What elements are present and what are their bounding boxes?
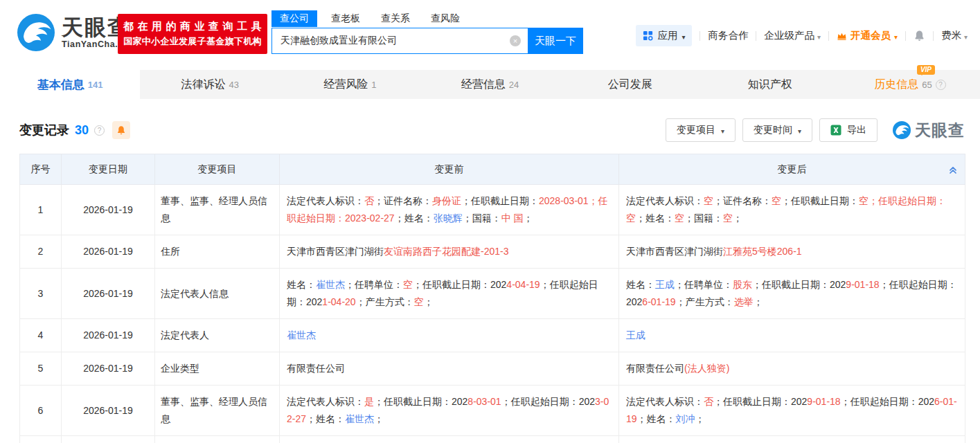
nav-business-cooperation[interactable]: 商务合作 <box>708 29 748 42</box>
divider <box>828 31 829 41</box>
promo-banner: 都在用的商业查询工具 国家中小企业发展子基金旗下机构 <box>118 14 267 54</box>
subscribe-bell-icon <box>116 125 126 135</box>
export-button[interactable]: 导出 <box>819 118 877 142</box>
vip-badge: VIP <box>917 65 935 75</box>
company-tab-3[interactable]: 经营风险 1 <box>280 70 420 99</box>
search-button[interactable]: 天眼一下 <box>528 28 583 54</box>
subscribe-button[interactable] <box>112 121 130 139</box>
change-project-filter[interactable]: 变更项目 <box>666 118 736 142</box>
crown-icon <box>837 32 847 40</box>
tab-label: 公司发展 <box>608 78 652 92</box>
seq-cell: 2 <box>20 235 62 269</box>
change-item-cell: 法定代表人信息 <box>155 269 280 319</box>
text-segment: 是 <box>364 396 374 407</box>
text-segment: ； <box>524 213 533 224</box>
text-segment: (法人独资) <box>684 363 729 374</box>
person-link[interactable]: 崔世杰 <box>345 413 374 424</box>
before-cell: 姓名：崔世杰；任聘单位：空；任职截止日期：2024-04-19；任职起始日期：2… <box>280 269 619 319</box>
text-segment: 空 <box>704 195 713 206</box>
text-segment: ；国籍： <box>684 213 723 224</box>
company-tab-4[interactable]: 经营信息 24 <box>420 70 560 99</box>
top-nav: 应用 商务合作 企业级产品 开通会员 费米 <box>636 25 968 46</box>
nav-open-vip[interactable]: 开通会员 <box>837 29 898 42</box>
text-segment: 有限责任公司 <box>287 363 345 374</box>
company-tab-6[interactable]: 知识产权 <box>700 70 840 99</box>
company-tab-1[interactable]: 基本信息 141 <box>0 70 140 99</box>
table-row: 2 2026-01-19 住所 天津市西青区津门湖街友谊南路西子花园配建-201… <box>20 235 965 269</box>
search-tab-3[interactable]: 查关系 <box>381 12 410 25</box>
table-row: 4 2026-01-19 法定代表人 崔世杰 王成 <box>20 319 965 352</box>
clear-icon[interactable] <box>510 35 521 46</box>
caret-down-icon <box>798 125 801 136</box>
tab-label: 基本信息 <box>37 77 84 93</box>
table-row: 5 2026-01-19 企业类型 有限责任公司 有限责任公司(法人独资) <box>20 352 965 386</box>
text-segment: 空 <box>675 213 684 224</box>
search-box: 天眼一下 <box>271 28 583 54</box>
collapse-icon[interactable] <box>948 165 958 174</box>
text-segment: ； <box>424 296 434 307</box>
tab-label: 知识产权 <box>748 78 792 92</box>
text-segment: 法定代表人标识： <box>287 396 364 407</box>
search-tab-1[interactable]: 查公司 <box>271 10 317 27</box>
divider <box>933 31 934 41</box>
text-segment: ；证件名称： <box>713 195 772 206</box>
nav-enterprise-products[interactable]: 企业级产品 <box>764 29 821 42</box>
person-link[interactable]: 崔世杰 <box>287 329 316 341</box>
person-link[interactable]: 崔世杰 <box>316 279 345 290</box>
before-cell: 法定代表人标识：否；证件名称：身份证；任职截止日期：2028-03-01；任职起… <box>280 185 619 235</box>
text-segment: ；姓名： <box>637 413 676 424</box>
apps-button[interactable]: 应用 <box>636 25 692 46</box>
help-icon[interactable] <box>94 125 105 136</box>
text-segment: 股东 <box>733 279 752 290</box>
notification-bell-icon[interactable] <box>914 30 925 42</box>
text-segment: 否 <box>364 195 374 206</box>
date-cell: 2026-01-19 <box>62 352 155 386</box>
search-area: 查公司查老板查关系查风险 天眼一下 <box>271 10 583 54</box>
text-segment: ；任职起始日期：202 <box>501 396 595 407</box>
promo-line-1: 都在用的商业查询工具 <box>123 20 265 33</box>
section-count: 30 <box>75 123 89 138</box>
person-link[interactable]: 刘冲 <box>676 413 695 424</box>
seq-cell: 5 <box>20 352 62 386</box>
text-segment: 空 <box>414 296 424 307</box>
change-item-cell: 法定代表人 <box>155 319 280 352</box>
header-item: 变更项目 <box>155 154 280 185</box>
logo-icon <box>17 14 55 51</box>
after-cell: 有限责任公司(法人独资) <box>619 352 965 386</box>
search-tab-4[interactable]: 查风险 <box>431 12 460 25</box>
change-time-filter[interactable]: 变更时间 <box>742 118 812 142</box>
text-segment: ； <box>733 213 742 224</box>
change-item-cell: 董事、监事、经理人员信息 <box>155 386 280 436</box>
divider <box>700 31 700 41</box>
text-segment: ；任职截止日期：202 <box>374 396 467 407</box>
before-cell: 法定代表人标识：是；任职截止日期：2028-03-01；任职起始日期：2023-… <box>280 386 619 436</box>
text-segment: 法定代表人标识： <box>287 195 364 206</box>
text-segment: 法定代表人标识： <box>626 396 704 407</box>
person-link[interactable]: 王成 <box>626 329 645 341</box>
search-input[interactable] <box>272 28 510 53</box>
change-item-cell: 住所 <box>155 235 280 269</box>
person-link[interactable]: 王成 <box>655 279 675 290</box>
text-segment: ； <box>374 413 384 424</box>
person-link[interactable]: 张晓辉 <box>434 213 463 224</box>
nav-user-menu[interactable]: 费米 <box>941 29 968 42</box>
date-cell: 2026-01-19 <box>62 319 155 352</box>
tab-count: 1 <box>371 80 376 90</box>
text-segment: ；国籍： <box>463 213 501 224</box>
divider <box>905 31 906 41</box>
text-segment: ；任职截止日期： <box>461 195 539 206</box>
search-tab-2[interactable]: 查老板 <box>331 12 360 25</box>
after-cell: 法定代表人标识：空；证件名称：空；任职截止日期：空；任职起始日期：空；姓名：空；… <box>619 185 965 235</box>
company-tab-5[interactable]: 公司发展 <box>560 70 700 99</box>
search-tabs: 查公司查老板查关系查风险 <box>271 10 583 28</box>
seq-cell: 6 <box>20 386 62 436</box>
text-segment: ；任职截止日期：202 <box>713 396 807 407</box>
company-tab-7[interactable]: 历史信息 65 VIP <box>840 70 980 99</box>
site-header: 天眼查 TianYanCha.com 都在用的商业查询工具 国家中小企业发展子基… <box>0 0 980 70</box>
text-segment: ；证件名称： <box>374 195 432 206</box>
logo-icon <box>893 121 911 139</box>
company-tab-2[interactable]: 法律诉讼 43 <box>140 70 280 99</box>
text-segment: ；任聘单位： <box>675 279 733 290</box>
help-icon[interactable] <box>936 80 946 90</box>
text-segment: 天津市西青区津门湖街 <box>287 246 384 257</box>
